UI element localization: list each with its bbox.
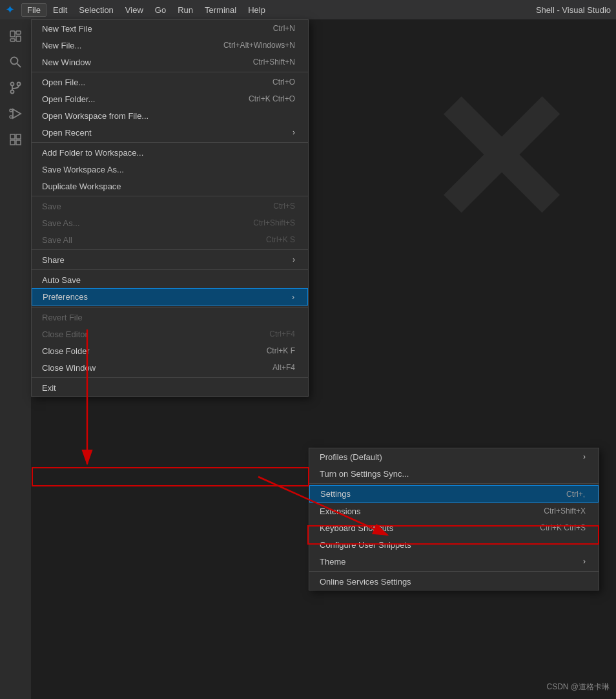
vscode-logo: ✦ bbox=[5, 3, 15, 17]
menu-item-open-recent[interactable]: Open Recent › bbox=[32, 124, 308, 141]
menu-item-online-services[interactable]: Online Services Settings bbox=[309, 573, 599, 590]
watermark: ✕ bbox=[422, 71, 603, 252]
svg-rect-13 bbox=[16, 134, 21, 139]
search-activity-icon[interactable] bbox=[4, 50, 27, 74]
separator-4 bbox=[32, 249, 308, 250]
menu-item-save-as[interactable]: Save As... Ctrl+Shift+S bbox=[32, 214, 308, 231]
menu-item-settings[interactable]: Settings Ctrl+, bbox=[309, 485, 599, 503]
menu-item-auto-save[interactable]: Auto Save bbox=[32, 271, 308, 288]
svg-rect-3 bbox=[10, 39, 15, 41]
profiles-arrow: › bbox=[583, 452, 586, 461]
file-menu: New Text File Ctrl+N New File... Ctrl+Al… bbox=[31, 19, 309, 397]
separator-5 bbox=[32, 269, 308, 270]
svg-point-4 bbox=[11, 57, 18, 65]
menu-item-revert-file[interactable]: Revert File bbox=[32, 309, 308, 326]
csdn-watermark: CSDN @道格卡琳 bbox=[546, 682, 610, 693]
preferences-arrow: › bbox=[292, 293, 294, 302]
separator-6 bbox=[32, 307, 308, 308]
menu-item-close-editor[interactable]: Close Editor Ctrl+F4 bbox=[32, 326, 308, 342]
menu-item-new-window[interactable]: New Window Ctrl+Shift+N bbox=[32, 54, 308, 70]
menu-item-profiles[interactable]: Profiles (Default) › bbox=[309, 448, 599, 465]
separator-1 bbox=[32, 72, 308, 72]
menu-item-keyboard-shortcuts[interactable]: Keyboard Shortcuts Ctrl+K Ctrl+S bbox=[309, 519, 599, 536]
open-recent-arrow: › bbox=[293, 128, 295, 137]
menu-view[interactable]: View bbox=[120, 4, 149, 16]
svg-rect-0 bbox=[10, 31, 15, 37]
separator-2 bbox=[32, 142, 308, 143]
pref-separator-2 bbox=[309, 571, 599, 572]
menu-item-add-folder[interactable]: Add Folder to Workspace... bbox=[32, 144, 308, 161]
menu-help[interactable]: Help bbox=[243, 4, 271, 16]
window-title: Shell - Visual Studio bbox=[536, 5, 611, 15]
menu-item-save-all[interactable]: Save All Ctrl+K S bbox=[32, 231, 308, 248]
menu-edit[interactable]: Edit bbox=[48, 4, 72, 16]
menu-item-open-folder[interactable]: Open Folder... Ctrl+K Ctrl+O bbox=[32, 90, 308, 107]
menu-item-duplicate-workspace[interactable]: Duplicate Workspace bbox=[32, 178, 308, 194]
activity-bar bbox=[0, 19, 31, 699]
menu-item-new-file[interactable]: New File... Ctrl+Alt+Windows+N bbox=[32, 37, 308, 54]
menu-bar: ✦ File Edit Selection View Go Run Termin… bbox=[0, 0, 616, 19]
svg-rect-14 bbox=[10, 140, 15, 145]
extensions-activity-icon[interactable] bbox=[4, 128, 27, 151]
menu-item-extensions[interactable]: Extensions Ctrl+Shift+X bbox=[309, 503, 599, 519]
menu-item-close-window[interactable]: Close Window Alt+F4 bbox=[32, 359, 308, 376]
svg-rect-12 bbox=[10, 134, 15, 139]
svg-point-10 bbox=[10, 109, 12, 112]
menu-item-user-snippets[interactable]: Configure User Snippets bbox=[309, 536, 599, 553]
theme-arrow: › bbox=[583, 557, 586, 566]
svg-rect-15 bbox=[16, 140, 21, 145]
menu-item-preferences[interactable]: Preferences › bbox=[32, 288, 308, 306]
menu-item-save-workspace-as[interactable]: Save Workspace As... bbox=[32, 161, 308, 178]
svg-marker-9 bbox=[13, 109, 21, 118]
menu-item-theme[interactable]: Theme › bbox=[309, 553, 599, 570]
pref-separator-1 bbox=[309, 483, 599, 484]
svg-rect-2 bbox=[16, 36, 21, 41]
menu-item-exit[interactable]: Exit bbox=[32, 379, 308, 396]
menu-terminal[interactable]: Terminal bbox=[200, 4, 241, 16]
menu-item-share[interactable]: Share › bbox=[32, 251, 308, 268]
menu-item-open-workspace[interactable]: Open Workspace from File... bbox=[32, 107, 308, 124]
explorer-activity-icon[interactable] bbox=[4, 25, 27, 48]
menu-item-open-file[interactable]: Open File... Ctrl+O bbox=[32, 74, 308, 90]
menu-item-close-folder[interactable]: Close Folder Ctrl+K F bbox=[32, 342, 308, 359]
svg-point-11 bbox=[10, 116, 12, 118]
menu-run[interactable]: Run bbox=[172, 4, 198, 16]
menu-item-new-text-file[interactable]: New Text File Ctrl+N bbox=[32, 20, 308, 37]
separator-3 bbox=[32, 196, 308, 196]
separator-7 bbox=[32, 377, 308, 378]
menu-go[interactable]: Go bbox=[150, 4, 171, 16]
run-debug-activity-icon[interactable] bbox=[4, 102, 27, 125]
preferences-submenu: Profiles (Default) › Turn on Settings Sy… bbox=[309, 448, 599, 590]
menu-selection[interactable]: Selection bbox=[74, 4, 118, 16]
svg-line-5 bbox=[17, 64, 21, 68]
menu-item-save[interactable]: Save Ctrl+S bbox=[32, 198, 308, 214]
menu-file[interactable]: File bbox=[21, 3, 46, 17]
menu-item-settings-sync[interactable]: Turn on Settings Sync... bbox=[309, 465, 599, 482]
svg-point-6 bbox=[11, 83, 14, 86]
svg-rect-1 bbox=[16, 31, 21, 34]
svg-point-7 bbox=[11, 90, 14, 94]
source-control-activity-icon[interactable] bbox=[4, 76, 27, 99]
share-arrow: › bbox=[293, 255, 295, 264]
svg-point-8 bbox=[17, 83, 21, 86]
